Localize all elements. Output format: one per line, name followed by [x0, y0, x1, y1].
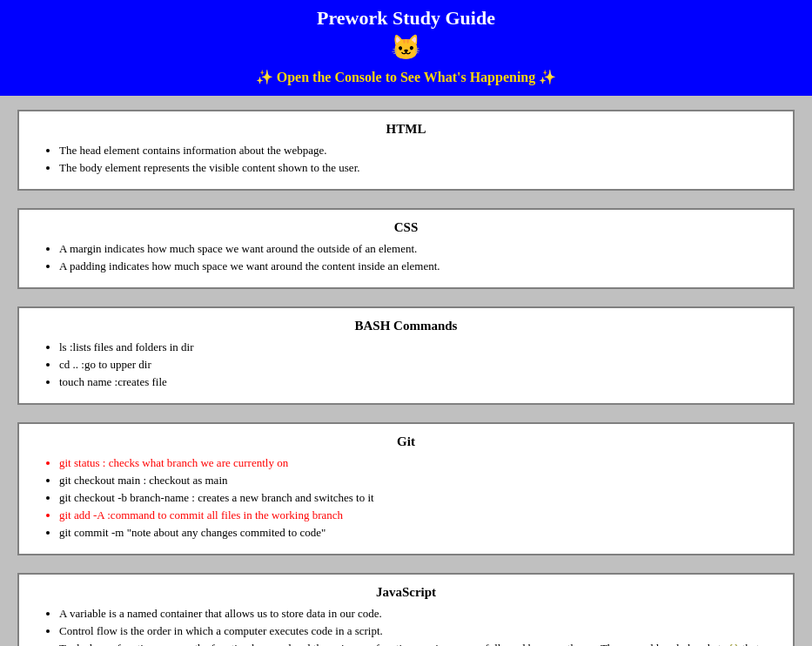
header-subtitle: ✨ Open the Console to See What's Happeni…: [0, 65, 812, 92]
list-item: git checkout main : checkout as main: [59, 474, 779, 488]
list-item: Control flow is the order in which a com…: [59, 624, 779, 638]
list-item: To declare a function, we use the functi…: [59, 642, 779, 646]
list-item: git commit -m "note about any changes co…: [59, 526, 779, 540]
javascript-section: JavaScript A variable is a named contain…: [17, 573, 795, 646]
html-section-title: HTML: [33, 122, 779, 137]
bash-section: BASH Commands ls :lists files and folder…: [17, 306, 795, 405]
cat-icon: 🐱: [0, 33, 812, 62]
list-item: ls :lists files and folders in dir: [59, 340, 779, 354]
list-item: A margin indicates how much space we wan…: [59, 242, 779, 256]
javascript-list: A variable is a named container that all…: [33, 607, 779, 646]
html-list: The head element contains information ab…: [33, 144, 779, 175]
page-title: Prework Study Guide: [0, 7, 812, 30]
css-list: A margin indicates how much space we wan…: [33, 242, 779, 273]
list-item: cd .. :go to upper dir: [59, 358, 779, 372]
list-item: git add -A :command to commit all files …: [59, 508, 779, 522]
list-item: A padding indicates how much space we wa…: [59, 259, 779, 273]
list-item: A variable is a named container that all…: [59, 607, 779, 621]
javascript-section-title: JavaScript: [33, 585, 779, 600]
main-content: HTML The head element contains informati…: [0, 96, 812, 646]
page-header: Prework Study Guide 🐱 ✨ Open the Console…: [0, 0, 812, 96]
list-item: The head element contains information ab…: [59, 144, 779, 158]
list-item: git status : checks what branch we are c…: [59, 456, 779, 470]
bash-list: ls :lists files and folders in dir cd ..…: [33, 340, 779, 389]
bash-section-title: BASH Commands: [33, 319, 779, 333]
git-section: Git git status : checks what branch we a…: [17, 422, 795, 555]
list-item: The body element represents the visible …: [59, 161, 779, 175]
git-section-title: Git: [33, 434, 779, 449]
git-list: git status : checks what branch we are c…: [33, 456, 779, 540]
html-section: HTML The head element contains informati…: [17, 110, 795, 191]
highlight-text: {}: [728, 642, 739, 646]
css-section-title: CSS: [33, 220, 779, 235]
css-section: CSS A margin indicates how much space we…: [17, 208, 795, 289]
list-item: git checkout -b branch-name : creates a …: [59, 491, 779, 505]
list-item: touch name :creates file: [59, 375, 779, 389]
